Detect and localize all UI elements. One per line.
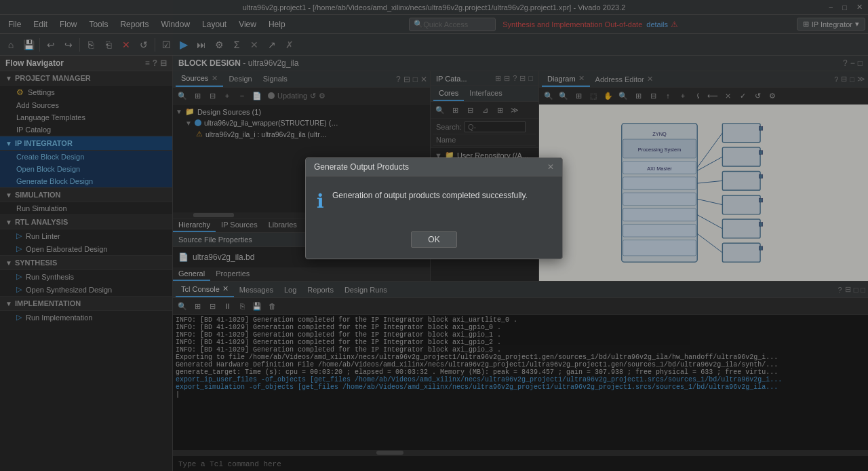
tcl-float-icon[interactable]: ⊟ bbox=[845, 285, 851, 294]
tab-signals[interactable]: Signals bbox=[258, 72, 293, 87]
refresh-button[interactable]: ↺ bbox=[136, 37, 152, 53]
run-button[interactable]: ▶ bbox=[176, 37, 192, 53]
tcl-search-btn[interactable]: 🔍 bbox=[176, 299, 189, 313]
nav-item-generate-block-design[interactable]: Generate Block Design bbox=[0, 175, 172, 187]
copy-button[interactable]: ⎘ bbox=[83, 37, 99, 53]
close-button[interactable]: ✕ bbox=[854, 3, 865, 12]
nav-item-run-implementation[interactable]: ▷ Run Implementation bbox=[0, 311, 172, 324]
tab-address-editor-close[interactable]: ✕ bbox=[647, 75, 653, 83]
cancel-button[interactable]: ✗ bbox=[281, 37, 298, 53]
tcl-clear-btn[interactable]: 🗑 bbox=[265, 299, 279, 313]
title-bar-controls[interactable]: − □ ✕ bbox=[826, 3, 865, 12]
section-rtl-analysis-header[interactable]: ▼ RTL ANALYSIS bbox=[0, 215, 172, 229]
ip-more-icon[interactable]: ≫ bbox=[508, 103, 521, 117]
sub-tab-hierarchy[interactable]: Hierarchy bbox=[173, 219, 216, 232]
tab-address-editor[interactable]: Address Editor ✕ bbox=[590, 72, 658, 86]
ip-collapse-icon[interactable]: ⊟ bbox=[504, 74, 510, 83]
tab-tcl-close[interactable]: ✕ bbox=[222, 284, 229, 293]
tcl-save-btn[interactable]: 💾 bbox=[250, 299, 264, 313]
tcl-max-icon[interactable]: □ bbox=[854, 286, 859, 294]
save-button[interactable]: 💾 bbox=[20, 37, 37, 53]
ip-search-input[interactable] bbox=[465, 121, 526, 132]
tcl-collapse-btn[interactable]: ⊟ bbox=[205, 299, 219, 313]
quick-access-bar[interactable]: 🔍 bbox=[409, 18, 496, 31]
section-implementation-header[interactable]: ▼ IMPLEMENTATION bbox=[0, 297, 172, 311]
dialog-close-button[interactable]: ✕ bbox=[547, 162, 554, 172]
nav-item-create-block-design[interactable]: Create Block Design bbox=[0, 151, 172, 163]
diagram-search-btn[interactable]: 🔍 bbox=[616, 89, 630, 102]
ip-expand-icon[interactable]: ⊞ bbox=[495, 74, 501, 83]
tcl-expand-btn[interactable]: ⊞ bbox=[191, 299, 204, 313]
details-link[interactable]: details bbox=[646, 20, 668, 29]
sources-help-icon[interactable]: ? bbox=[396, 75, 401, 84]
diagram-refresh-btn[interactable]: ↺ bbox=[751, 89, 764, 102]
tab-diagram-close[interactable]: ✕ bbox=[578, 74, 585, 83]
tcl-scrollbar-h[interactable] bbox=[173, 450, 868, 455]
tab-tcl-console[interactable]: Tcl Console ✕ bbox=[176, 282, 234, 297]
diagram-validate-btn[interactable]: ✓ bbox=[736, 89, 749, 102]
settings-sources-icon[interactable]: ⚙ bbox=[319, 92, 326, 100]
ip-help-icon[interactable]: ? bbox=[513, 74, 517, 83]
minimize-button[interactable]: − bbox=[826, 3, 835, 12]
tab-design-runs[interactable]: Design Runs bbox=[339, 283, 393, 297]
tree-grandchild[interactable]: ⚠ ultra96v2g_ila_i : ultra96v2g_ila (ult… bbox=[174, 128, 429, 140]
tcl-help-icon[interactable]: ? bbox=[838, 286, 842, 294]
nav-item-open-block-design[interactable]: Open Block Design bbox=[0, 163, 172, 175]
sigma-button[interactable]: Σ bbox=[229, 37, 245, 53]
nav-item-run-synthesis[interactable]: ▷ Run Synthesis bbox=[0, 270, 172, 283]
section-project-manager-header[interactable]: ▼ PROJECT MANAGER bbox=[0, 71, 172, 86]
section-simulation-header[interactable]: ▼ SIMULATION bbox=[0, 188, 172, 202]
undo-button[interactable]: ↩ bbox=[43, 37, 59, 53]
paste-button[interactable]: ⎗ bbox=[100, 37, 117, 53]
step-button[interactable]: ⏭ bbox=[193, 37, 210, 53]
sources-remove-btn[interactable]: − bbox=[235, 89, 249, 102]
flow-nav-control-2[interactable]: ? bbox=[153, 58, 157, 68]
tab-sources[interactable]: Sources ✕ bbox=[176, 71, 223, 87]
dialog-ok-button[interactable]: OK bbox=[411, 231, 456, 248]
settings-button[interactable]: ⚙ bbox=[211, 37, 227, 53]
tcl-pause-btn[interactable]: ⏸ bbox=[220, 299, 234, 313]
diagram-up-btn[interactable]: ↑ bbox=[661, 89, 675, 102]
maximize-button[interactable]: □ bbox=[840, 3, 850, 12]
diagram-max-icon[interactable]: □ bbox=[850, 75, 854, 83]
sources-file-icon[interactable]: 📄 bbox=[250, 89, 264, 102]
export-button[interactable]: ↗ bbox=[264, 37, 280, 53]
diagram-settings-btn[interactable]: ⚙ bbox=[766, 89, 779, 102]
diagram-help-icon[interactable]: ? bbox=[834, 75, 838, 83]
nav-item-language-templates[interactable]: Language Templates bbox=[0, 111, 172, 124]
sub-tab-libraries[interactable]: Libraries bbox=[263, 219, 302, 232]
ip-tab-interfaces[interactable]: Interfaces bbox=[464, 86, 507, 101]
nav-item-run-linter[interactable]: ▷ Run Linter bbox=[0, 229, 172, 242]
ip-float-icon[interactable]: ⊟ bbox=[519, 74, 526, 83]
tree-root[interactable]: ▼ 📁 Design Sources (1) bbox=[174, 106, 429, 117]
props-tab-properties[interactable]: Properties bbox=[210, 267, 255, 281]
ip-integrator-dropdown[interactable]: ⊞ IP Integrator ▾ bbox=[797, 18, 865, 31]
menu-reports[interactable]: Reports bbox=[115, 18, 154, 31]
delete-button[interactable]: ✕ bbox=[118, 37, 134, 53]
ip-max-icon[interactable]: □ bbox=[528, 74, 533, 83]
nav-item-open-synthesized-design[interactable]: ▷ Open Synthesized Design bbox=[0, 283, 172, 296]
nav-item-settings[interactable]: ⚙ Settings bbox=[0, 86, 172, 99]
diagram-hand-btn[interactable]: ✋ bbox=[601, 89, 615, 102]
ip-expand-all-btn[interactable]: ⊞ bbox=[448, 103, 462, 117]
bd-minimize-icon[interactable]: − bbox=[850, 58, 855, 68]
tcl-expand-icon[interactable]: □ bbox=[861, 286, 865, 294]
tab-design[interactable]: Design bbox=[223, 72, 257, 87]
tab-reports[interactable]: Reports bbox=[302, 283, 339, 297]
diagram-float-icon[interactable]: ⊟ bbox=[841, 75, 847, 83]
diagram-select-btn[interactable]: ⬚ bbox=[587, 89, 600, 102]
sources-expand-all-btn[interactable]: ⊞ bbox=[191, 89, 204, 102]
flow-nav-control-1[interactable]: ≡ bbox=[145, 58, 150, 68]
bd-maximize-icon[interactable]: □ bbox=[858, 58, 863, 68]
ip-search-btn[interactable]: 🔍 bbox=[433, 103, 447, 117]
section-synthesis-header[interactable]: ▼ SYNTHESIS bbox=[0, 256, 172, 270]
search-input[interactable] bbox=[423, 20, 491, 29]
sources-float-icon[interactable]: ⊟ bbox=[403, 75, 410, 84]
nav-item-open-elaborated-design[interactable]: ▷ Open Elaborated Design bbox=[0, 242, 172, 255]
diagram-fit-btn[interactable]: ⊞ bbox=[572, 89, 585, 102]
sources-search-btn[interactable]: 🔍 bbox=[176, 89, 189, 102]
tcl-command-input[interactable] bbox=[178, 460, 863, 468]
diagram-zoom-out-btn[interactable]: 🔍 bbox=[557, 89, 570, 102]
nav-item-run-simulation[interactable]: Run Simulation bbox=[0, 202, 172, 214]
home-button[interactable]: ⌂ bbox=[3, 37, 19, 53]
